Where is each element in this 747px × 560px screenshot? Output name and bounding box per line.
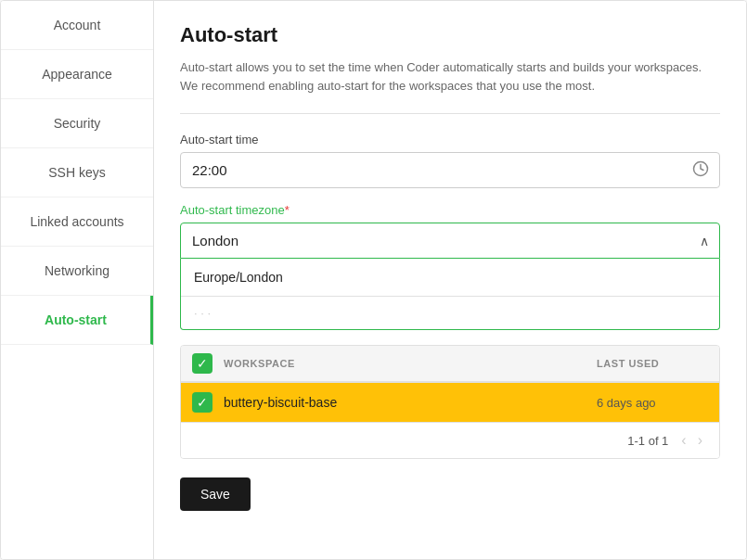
- timezone-select[interactable]: London: [180, 223, 720, 259]
- page-description: Auto-start allows you to set the time wh…: [180, 58, 720, 114]
- timezone-select-wrapper: London ∧: [180, 223, 720, 259]
- dropdown-ghost-item: · · ·: [181, 297, 719, 329]
- table-row: ✓ buttery-biscuit-base 6 days ago: [181, 382, 719, 422]
- autostart-time-input[interactable]: [180, 152, 720, 188]
- row-checkmark-icon: ✓: [197, 396, 208, 409]
- table-footer: 1-1 of 1 ‹ ›: [181, 422, 719, 458]
- header-checkmark-icon: ✓: [197, 357, 208, 370]
- timezone-required-marker: *: [285, 203, 290, 217]
- col-header-last-used: LAST USED: [597, 358, 708, 369]
- sidebar-item-networking[interactable]: Networking: [1, 247, 153, 296]
- header-checkbox[interactable]: ✓: [192, 353, 213, 374]
- sidebar-item-security[interactable]: Security: [1, 99, 153, 148]
- app-container: Account Appearance Security SSH keys Lin…: [0, 0, 747, 560]
- workspace-table: ✓ WORKSPACE LAST USED ✓ buttery-biscuit-…: [180, 345, 720, 459]
- sidebar: Account Appearance Security SSH keys Lin…: [1, 1, 154, 559]
- main-content: Auto-start Auto-start allows you to set …: [154, 1, 746, 559]
- table-header: ✓ WORKSPACE LAST USED: [181, 346, 719, 382]
- sidebar-item-linked-accounts[interactable]: Linked accounts: [1, 197, 153, 247]
- sidebar-item-appearance[interactable]: Appearance: [1, 50, 153, 99]
- sidebar-item-ssh-keys[interactable]: SSH keys: [1, 148, 153, 197]
- page-title: Auto-start: [180, 23, 720, 47]
- autostart-time-label: Auto-start time: [180, 133, 720, 146]
- row-checkbox[interactable]: ✓: [192, 392, 213, 413]
- time-input-wrapper: [180, 152, 720, 188]
- col-header-workspace: WORKSPACE: [224, 358, 597, 369]
- timezone-dropdown-menu: Europe/London · · ·: [180, 259, 720, 330]
- row-last-used: 6 days ago: [597, 396, 708, 410]
- pagination-next-button[interactable]: ›: [692, 430, 708, 451]
- row-workspace-name: buttery-biscuit-base: [224, 395, 597, 410]
- form-section: Auto-start time Auto-start timezone* Lon…: [180, 133, 720, 511]
- sidebar-item-auto-start[interactable]: Auto-start: [1, 296, 153, 345]
- timezone-option-europe-london[interactable]: Europe/London: [181, 259, 719, 296]
- sidebar-item-account[interactable]: Account: [1, 1, 153, 50]
- clock-icon: [692, 160, 709, 181]
- save-button[interactable]: Save: [180, 477, 251, 511]
- timezone-label: Auto-start timezone*: [180, 203, 720, 217]
- pagination-text: 1-1 of 1: [627, 434, 668, 448]
- pagination-prev-button[interactable]: ‹: [676, 430, 691, 451]
